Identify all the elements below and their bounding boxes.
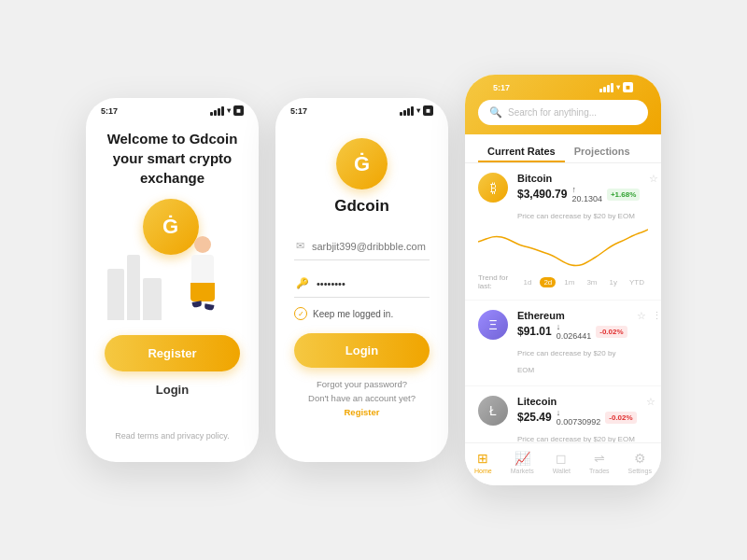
register-button[interactable]: Register [105,335,240,371]
login-phone: 5:17 ▾ ■ Ġ Gdcoin ✉ 🔑 [275,98,448,462]
nav-trades[interactable]: ⇌ Trades [589,451,610,474]
nav-markets[interactable]: 📈 Markets [511,451,534,474]
wallet-icon: ◻ [556,451,567,466]
wallet-label: Wallet [553,468,571,474]
coin-symbol: Ġ [162,215,178,239]
trend-3m[interactable]: 3m [583,277,600,287]
home-label: Home [474,468,492,474]
email-field[interactable]: ✉ [294,232,430,260]
illustration: Ġ [107,199,238,320]
lock-icon: 🔑 [296,277,309,289]
battery-icon-3: ■ [623,82,633,92]
logo-symbol: Ġ [354,152,370,176]
ethereum-icon: Ξ [478,310,508,340]
nav-home[interactable]: ⊞ Home [474,451,492,474]
status-bar-1: 5:17 ▾ ■ [86,98,259,119]
forgot-text[interactable]: Forgot your password? [294,377,430,391]
time-2: 5:17 [290,106,307,116]
forgot-section: Forgot your password? Don't have an acco… [294,377,430,420]
ethereum-info: Ethereum $91.01 ↓ 0.026441 -0.02% Price … [517,310,627,376]
bitcoin-info: Bitcoin $3,490.79 ↑ 20.1304 +1.68% Price… [517,173,640,222]
rates-phone: 5:17 ▾ ■ 🔍 Search for anything... [465,75,661,485]
star-icon-btc[interactable]: ☆ [649,173,658,185]
gdcoin-name: Gdcoin [334,197,389,216]
trend-1d[interactable]: 1d [519,277,535,287]
star-icon-eth[interactable]: ☆ [637,310,646,322]
ethereum-desc: Price can decrease by $20 by EOM [517,349,615,374]
welcome-phone: 5:17 ▾ ■ Welcome to Gdcoin your smart cr… [86,98,259,462]
bitcoin-badge: +1.68% [607,189,640,201]
search-icon: 🔍 [489,106,502,119]
litecoin-price: $25.49 [517,411,552,424]
litecoin-name: Litecoin [517,396,557,407]
trend-ytd[interactable]: YTD [626,277,648,287]
bitcoin-chart [478,228,648,270]
status-icons-3: ▾ ■ [599,82,633,92]
bottom-nav: ⊞ Home 📈 Markets ◻ Wallet ⇌ Trades ⚙ Set… [465,442,661,485]
bitcoin-price: $3,490.79 [517,188,567,201]
trend-1m[interactable]: 1m [560,277,578,287]
ethereum-badge: -0.02% [596,326,627,338]
password-input[interactable] [317,278,428,289]
bitcoin-actions: ☆ ⋮ [649,173,661,185]
star-icon-ltc[interactable]: ☆ [646,396,655,408]
trend-2d[interactable]: 2d [540,277,556,287]
password-field[interactable]: 🔑 [294,270,430,298]
markets-label: Markets [511,468,534,474]
tab-projections[interactable]: Projections [565,138,640,162]
trend-1y[interactable]: 1y [606,277,621,287]
bitcoin-desc: Price can decrease by $20 by EOM [517,212,635,220]
battery-icon: ■ [233,105,244,116]
ethereum-change: ↓ 0.026441 [557,322,592,341]
trades-icon: ⇌ [594,451,605,466]
tab-current-rates[interactable]: Current Rates [478,138,565,162]
terms-text: Read terms and privacy policy. [115,431,229,441]
time-3: 5:17 [493,83,510,92]
nav-wallet[interactable]: ◻ Wallet [553,451,571,474]
keep-logged-row: ✓ Keep me logged in. [294,307,430,320]
bitcoin-name: Bitcoin [517,173,552,184]
wifi-icon-3: ▾ [616,83,620,91]
trend-row: Trend for last: 1d 2d 1m 3m 1y YTD [478,273,648,290]
status-bar-3: 5:17 ▾ ■ [478,75,648,96]
time-1: 5:17 [101,106,118,116]
status-icons-1: ▾ ■ [210,105,244,116]
email-input[interactable] [312,241,428,252]
search-bar[interactable]: 🔍 Search for anything... [478,100,648,125]
wifi-icon: ▾ [227,106,231,115]
register-link-text[interactable]: Don't have an account yet? Register [294,391,430,419]
litecoin-badge: -0.02% [605,412,636,424]
ethereum-actions: ☆ ⋮ [637,310,661,322]
tabs-row: Current Rates Projections [465,138,661,163]
checkmark-icon: ✓ [298,310,304,318]
wifi-icon-2: ▾ [416,106,420,115]
bitcoin-change: ↑ 20.1304 [571,185,602,203]
login-button[interactable]: Login [294,333,430,368]
register-link[interactable]: Register [344,407,379,417]
buildings [107,255,162,320]
ethereum-card: Ξ Ethereum $91.01 ↓ 0.026441 -0.02% Pric… [465,301,661,386]
nav-settings[interactable]: ⚙ Settings [628,451,652,474]
settings-icon: ⚙ [634,451,646,466]
status-icons-2: ▾ ■ [400,105,433,116]
litecoin-change: ↓ 0.00730992 [557,408,601,427]
trend-label-text: Trend for last: [478,273,514,290]
keep-logged-label: Keep me logged in. [313,309,393,319]
bitcoin-icon: ₿ [478,173,508,203]
person-illustration [177,236,229,320]
gdcoin-logo: Ġ [336,138,388,189]
litecoin-info: Litecoin $25.49 ↓ 0.00730992 -0.02% Pric… [517,396,637,445]
litecoin-icon: Ł [478,396,508,426]
settings-label: Settings [628,468,652,474]
bitcoin-card: ₿ Bitcoin $3,490.79 ↑ 20.1304 +1.68% Pri… [465,163,661,301]
search-placeholder: Search for anything... [508,107,597,118]
status-bar-2: 5:17 ▾ ■ [275,98,448,119]
login-text-button[interactable]: Login [156,383,189,397]
rates-header: 5:17 ▾ ■ 🔍 Search for anything... [465,75,661,134]
keep-logged-checkbox[interactable]: ✓ [294,307,307,320]
ethereum-name: Ethereum [517,310,565,321]
more-icon-eth[interactable]: ⋮ [652,310,661,322]
battery-icon-2: ■ [423,105,433,116]
litecoin-actions: ☆ ⋮ [646,396,661,408]
email-icon: ✉ [296,240,304,252]
